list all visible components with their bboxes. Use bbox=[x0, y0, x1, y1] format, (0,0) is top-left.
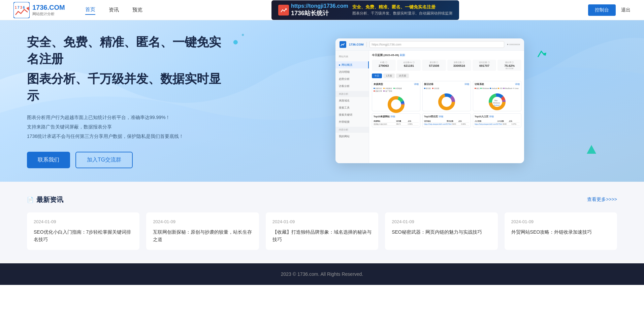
svg-text:1: 1 bbox=[15, 6, 17, 9]
svg-point-7 bbox=[233, 40, 238, 45]
svg-point-15 bbox=[391, 100, 401, 109]
dash-charts-row: 来源类型 详细 直接访问 内链跳转 外部链接 搜索引擎 推广营销 bbox=[372, 81, 521, 111]
news-card-4[interactable]: 2024-01-09 SEO秘密武器：网页内链的魅力与实战技巧 bbox=[385, 212, 497, 250]
hero-description: 图表分析用户行为超越市面上已知统计分析平台，准确率达99.99%！ 支持来路广告… bbox=[27, 113, 229, 141]
dash-table-entry-header: 入口页面 入口次数 占比 bbox=[475, 120, 520, 123]
news-header: 📄 最新资讯 查看更多>>>> bbox=[27, 195, 617, 204]
dash-sidebar-trend[interactable]: 趋势分析 bbox=[335, 76, 369, 83]
nav-home[interactable]: 首页 bbox=[85, 5, 95, 15]
svg-rect-0 bbox=[13, 2, 30, 18]
dash-chart-source: 来源类型 详细 直接访问 内链跳转 外部链接 搜索引擎 推广营销 bbox=[372, 81, 420, 111]
news-content-1: SEO优化小白入门指南：7步轻松掌握关键词排名技巧 bbox=[34, 228, 133, 243]
dash-stat-new: 新访客 ⓘ 571508 bbox=[422, 60, 446, 71]
dashboard-body: 网站列表 网站概况 访问明细 趋势分析 访客分析 来路分析 来路域名 搜索工具 … bbox=[335, 51, 524, 163]
news-icon: 📄 bbox=[27, 197, 34, 203]
dash-date-row: 今日监测 (2023-05-09) 刷新 bbox=[372, 53, 521, 57]
footer-copyright: 2023 © 1736.com. All Rights Reserved. bbox=[281, 271, 363, 277]
news-card-3[interactable]: 2024-01-09 【收藏】打造独特品牌形象：域名选择的秘诀与技巧 bbox=[266, 212, 378, 250]
svg-text:3: 3 bbox=[20, 6, 22, 9]
dash-sidebar-visitor[interactable]: 访客分析 bbox=[335, 83, 369, 90]
news-section: 📄 最新资讯 查看更多>>>> 2024-01-09 SEO优化小白入门指南：7… bbox=[0, 182, 644, 264]
news-card-1[interactable]: 2024-01-09 SEO优化小白入门指南：7步轻松掌握关键词排名技巧 bbox=[27, 212, 139, 250]
news-date-2: 2024-01-09 bbox=[153, 219, 252, 224]
banner-ad[interactable]: https://tongji1736.com 1736站长统计 安全、免费、精准… bbox=[271, 0, 459, 20]
donut-1 bbox=[374, 93, 419, 116]
banner-line1: 安全、免费、精准、匿名、一键免实名注册 bbox=[352, 4, 452, 10]
news-card-5[interactable]: 2024-01-09 外贸网站SEO攻略：外链收录加速技巧 bbox=[505, 212, 617, 250]
dash-sidebar-section-content: 内容分析 bbox=[335, 127, 369, 133]
logo-text: 1736.COM 网站统计分析 bbox=[32, 4, 65, 17]
dash-brand: 1736.COM bbox=[349, 43, 364, 46]
news-date-4: 2024-01-09 bbox=[392, 219, 491, 224]
banner-ad-brand-text: https://tongji1736.com 1736站长统计 bbox=[291, 3, 348, 17]
hero-title-1: 安全、免费、精准、匿名、一键免实名注册 bbox=[27, 34, 229, 68]
dash-tabs-row: 今日 1天前 15天前 bbox=[372, 74, 521, 78]
dash-tab-today[interactable]: 今日 bbox=[372, 74, 382, 78]
banner-name: 1736站长统计 bbox=[291, 9, 348, 17]
dash-table-pages-row1: https://help.sleepercbd2.com/5276ml 9203… bbox=[424, 123, 469, 126]
nav-news[interactable]: 资讯 bbox=[109, 5, 119, 14]
dash-sidebar-search[interactable]: 搜索工具 bbox=[335, 104, 369, 111]
news-title: 最新资讯 bbox=[36, 195, 63, 204]
dash-sidebar-section-source: 来路分析 bbox=[335, 91, 369, 97]
hero-content: 安全、免费、精准、匿名、一键免实名注册 图表分析、千万级并发、数据实时显示 图表… bbox=[27, 34, 229, 168]
news-date-3: 2024-01-09 bbox=[272, 219, 372, 224]
join-button[interactable]: 加入TG交流群 bbox=[75, 152, 133, 168]
dash-sidebar-source-domain[interactable]: 来路域名 bbox=[335, 97, 369, 104]
dash-table-entry-row1: https://help.sleepercbd2.com/5275ml 6048… bbox=[475, 123, 520, 126]
chart2-legend: 新访客 旧访客 bbox=[424, 87, 469, 89]
news-date-5: 2024-01-09 bbox=[511, 219, 610, 224]
banner-ad-icon bbox=[278, 5, 289, 16]
chart1-legend2: 搜索引擎 推广营销 bbox=[374, 90, 419, 92]
dash-overview-dot bbox=[339, 64, 340, 66]
news-more-link[interactable]: 查看更多>>>> bbox=[587, 197, 617, 203]
dash-sidebar-visits[interactable]: 访问明细 bbox=[335, 68, 369, 76]
news-grid: 2024-01-09 SEO优化小白入门指南：7步轻松掌握关键词排名技巧 202… bbox=[27, 212, 617, 250]
hero-title-2: 图表分析、千万级并发、数据实时显示 bbox=[27, 70, 229, 105]
dash-sidebar-ad[interactable]: 外部链接 bbox=[335, 118, 369, 125]
banner-line2: 图表分析、千万级并发、数据实时显示、自动漏洞动持续监测 bbox=[352, 11, 452, 16]
svg-text:Windows: Windows bbox=[493, 102, 500, 104]
dash-main: 今日监测 (2023-05-09) 刷新 PV数 ⓘ 279063 点击量UV … bbox=[369, 51, 524, 163]
logo-area[interactable]: 1 7 3 6 1736.COM 网站统计分析 bbox=[13, 2, 65, 18]
news-card-2[interactable]: 2024-01-09 互联网创新探秘：原创与抄袭的较量，站长生存之道 bbox=[146, 212, 259, 250]
dash-table-section: Top10来源网站 详细 来源网站 访问量 占比 直接输入地址访问 38171 … bbox=[372, 113, 521, 127]
donut-3: Mac Windows Android bbox=[475, 90, 520, 113]
dash-url-bar[interactable]: https://tongji1736.com bbox=[369, 41, 504, 48]
control-button[interactable]: 控制台 bbox=[588, 4, 616, 16]
deco-triangle bbox=[586, 144, 597, 156]
dash-tab-15day[interactable]: 15天前 bbox=[396, 74, 409, 78]
hero-buttons: 联系我们 加入TG交流群 bbox=[27, 152, 229, 168]
dash-table-pages: Top10受访页 详细 访问地址 受访次数 占比 https://help.sl… bbox=[422, 113, 471, 127]
dash-chart-visitors: 新旧访客 详细 新访客 旧访客 bbox=[422, 81, 471, 111]
main-nav: 首页 资讯 预览 bbox=[85, 5, 142, 15]
dash-stat-total-visitor: 游客总数 ⓘ 3300516 bbox=[447, 60, 471, 71]
banner-ad-logo: https://tongji1736.com 1736站长统计 bbox=[278, 3, 348, 17]
hero-desc-2: 支持来路广告关键词屏蔽，数据报表分享 bbox=[27, 122, 229, 131]
dash-table-source-row1: 直接输入地址访问 38171 2.59% bbox=[374, 123, 419, 126]
logout-button[interactable]: 退出 bbox=[621, 7, 631, 13]
news-content-5: 外贸网站SEO攻略：外链收录加速技巧 bbox=[511, 228, 610, 236]
news-content-4: SEO秘密武器：网页内链的魅力与实战技巧 bbox=[392, 228, 491, 236]
dash-table-source-header: 来源网站 访问量 占比 bbox=[374, 120, 419, 123]
dash-stat-total-visit: 访问总量 ⓘ 691707 bbox=[473, 60, 496, 71]
nav-preview[interactable]: 预览 bbox=[132, 5, 142, 14]
dash-tab-1day[interactable]: 1天前 bbox=[383, 74, 395, 78]
svg-text:Android: Android bbox=[494, 104, 500, 106]
dash-table-source: Top10来源网站 详细 来源网站 访问量 占比 直接输入地址访问 38171 … bbox=[372, 113, 420, 127]
dash-sidebar-overview[interactable]: 网站概况 bbox=[335, 61, 369, 68]
header: 1 7 3 6 1736.COM 网站统计分析 首页 资讯 预览 bbox=[0, 0, 644, 20]
svg-marker-10 bbox=[587, 145, 596, 154]
contact-button[interactable]: 联系我们 bbox=[27, 152, 70, 168]
hero-section: 安全、免费、精准、匿名、一键免实名注册 图表分析、千万级并发、数据实时显示 图表… bbox=[0, 20, 644, 182]
dash-sidebar: 网站列表 网站概况 访问明细 趋势分析 访客分析 来路分析 来路域名 搜索工具 … bbox=[335, 51, 369, 163]
news-title-area: 📄 最新资讯 bbox=[27, 195, 63, 204]
dash-sidebar-keyword[interactable]: 搜索关键词 bbox=[335, 111, 369, 118]
deco-arrow bbox=[536, 49, 546, 60]
dash-stat-uv: 点击量UV ⓘ 621191 bbox=[397, 60, 421, 71]
footer: 2023 © 1736.com. All Rights Reserved. bbox=[0, 263, 644, 285]
donut-2 bbox=[424, 90, 469, 113]
dash-sidebar-mysite[interactable]: 我的网站 bbox=[335, 133, 369, 140]
svg-point-8 bbox=[242, 34, 244, 36]
chart1-legend: 直接访问 内链跳转 外部链接 bbox=[374, 87, 419, 89]
